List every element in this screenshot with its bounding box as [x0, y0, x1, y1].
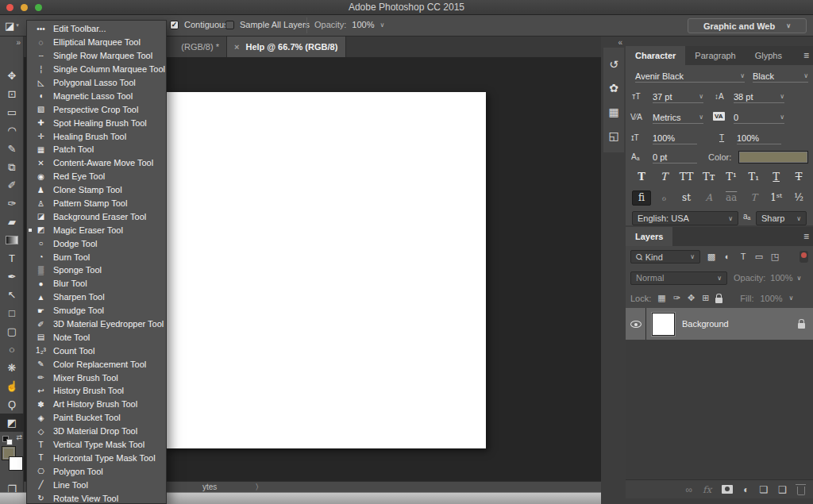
horizontal-scale-field[interactable]: 100% [737, 132, 781, 144]
opacity-control[interactable]: Opacity: 100% ∨ [314, 20, 384, 29]
lock-transparency-icon[interactable]: ▦ [657, 293, 665, 303]
zoom-tool-icon[interactable]: Ϙ [0, 395, 24, 414]
menu-item-polygon-tool[interactable]: ⎔ Polygon Tool [27, 464, 166, 478]
menu-item-blur-tool[interactable]: ● Blur Tool [27, 277, 166, 290]
menu-item-polygonal-lasso-tool[interactable]: ◺ Polygonal Lasso Tool [27, 76, 166, 90]
custom-shape-tool-icon[interactable]: ❋ [0, 359, 24, 377]
subscript-button[interactable]: T₁ [744, 171, 763, 183]
pen-tool-icon[interactable]: ✒ [0, 267, 24, 286]
marquee-tool-icon[interactable]: ▭ [0, 103, 24, 121]
font-size-field[interactable]: 37 pt ∨ [653, 90, 703, 103]
gradient-icon[interactable]: ▒ [0, 231, 24, 249]
swap-colors-icon[interactable]: ⇄ [16, 433, 22, 441]
tab-paragraph[interactable]: Paragraph [685, 46, 745, 65]
eraser-tool-icon[interactable]: ▰ [0, 213, 24, 231]
filter-pixel-layers-icon[interactable]: ▩ [705, 252, 718, 262]
adjustment-layer-icon[interactable]: ◐ [743, 484, 749, 495]
lock-artboard-icon[interactable]: ⊞ [702, 293, 709, 303]
fractions-button[interactable]: ½ [789, 190, 808, 206]
tab-glyphs[interactable]: Glyphs [746, 46, 792, 65]
vertical-scale-field[interactable]: 100% [653, 132, 697, 144]
minimize-window-icon[interactable] [21, 4, 28, 11]
menu-item-sponge-tool[interactable]: ▒ Sponge Tool [27, 264, 166, 277]
eyedropper-tool-icon[interactable]: ✐ [0, 176, 24, 194]
menu-item-edit-toolbar[interactable]: ••• Edit Toolbar... [27, 22, 166, 36]
filter-type-layers-icon[interactable]: T [737, 252, 749, 262]
anti-alias-select[interactable]: Sharp ∨ [756, 211, 807, 225]
menu-item-pattern-stamp-tool[interactable]: ♙ Pattern Stamp Tool [27, 197, 166, 210]
layer-thumbnail[interactable] [652, 313, 675, 336]
menu-item-history-brush-tool[interactable]: ↩ History Brush Tool [27, 384, 166, 398]
menu-item-horizontal-type-mask-tool[interactable]: T Horizontal Type Mask Tool [27, 452, 166, 465]
magic-eraser-tool-icon[interactable]: ◩ [0, 414, 24, 432]
menu-item-red-eye-tool[interactable]: ◉ Red Eye Tool [27, 170, 166, 183]
menu-item-mixer-brush-tool[interactable]: ✏ Mixer Brush Tool [27, 371, 166, 384]
menu-item-magic-eraser-tool[interactable]: ◩ Magic Eraser Tool [27, 223, 166, 237]
workspace-switcher[interactable]: Graphic and Web ∨ [688, 18, 807, 33]
swatches-panel-icon[interactable]: ▦ [603, 100, 624, 124]
menu-item-perspective-crop-tool[interactable]: ▧ Perspective Crop Tool [27, 102, 166, 116]
lasso-tool-icon[interactable]: ◠ [0, 121, 24, 140]
layer-name[interactable]: Background [682, 319, 798, 329]
opacity-value[interactable]: 100% [352, 20, 374, 29]
filter-smart-objects-icon[interactable]: ◳ [769, 252, 781, 262]
menu-item-burn-tool[interactable]: ◔ Burn Tool [27, 250, 166, 264]
default-colors-control[interactable]: ⇄ [2, 433, 22, 444]
titling-alternates-button[interactable]: T [744, 190, 763, 206]
collapse-panels-icon[interactable]: « [618, 38, 622, 47]
menu-item-vertical-type-mask-tool[interactable]: T Vertical Type Mask Tool [27, 438, 166, 452]
lock-position-icon[interactable]: ✥ [688, 293, 695, 303]
ordinals-button[interactable]: 1ˢᵗ [767, 190, 786, 206]
text-color-swatch[interactable] [738, 151, 808, 164]
kerning-field[interactable]: Metrics ∨ [653, 111, 703, 124]
menu-item-note-tool[interactable]: ▤ Note Tool [27, 330, 166, 344]
menu-item-single-column-marquee-tool[interactable]: ╎ Single Column Marquee Tool [27, 63, 166, 76]
filter-shape-layers-icon[interactable]: ▭ [753, 252, 765, 262]
menu-item-count-tool[interactable]: 1₂³ Count Tool [27, 344, 166, 357]
quick-selection-tool-icon[interactable]: ✎ [0, 140, 24, 158]
delete-layer-icon[interactable] [797, 487, 805, 495]
layer-mask-icon[interactable] [722, 485, 733, 494]
menu-item-rotate-view-tool[interactable]: ↻ Rotate View Tool [27, 491, 166, 504]
new-layer-icon[interactable]: ❑ [778, 484, 787, 495]
menu-item-clone-stamp-tool[interactable]: ♟ Clone Stamp Tool [27, 183, 166, 197]
link-layers-icon[interactable]: ∞ [685, 484, 692, 495]
lock-paint-icon[interactable]: ✑ [673, 293, 680, 303]
layer-effects-icon[interactable]: fx [703, 484, 711, 495]
menu-item-art-history-brush-tool[interactable]: ✽ Art History Brush Tool [27, 398, 166, 411]
menu-item-paint-bucket-tool[interactable]: ◈ Paint Bucket Tool [27, 411, 166, 425]
close-window-icon[interactable] [6, 4, 13, 11]
close-tab-icon[interactable]: × [234, 42, 239, 52]
menu-item-single-row-marquee-tool[interactable]: ╌ Single Row Marquee Tool [27, 49, 166, 63]
contextual-alternates-button[interactable]: ℴ [654, 190, 673, 206]
default-background-icon[interactable] [6, 439, 13, 445]
tracking-field[interactable]: 0 ∨ [734, 111, 784, 124]
blend-mode-select[interactable]: Normal ∨ [630, 271, 727, 285]
language-select[interactable]: English: USA ∨ [632, 211, 738, 225]
contiguous-checkbox[interactable]: ✓ [170, 21, 179, 29]
filter-kind-select[interactable]: Ϙ Kind ∨ [630, 250, 700, 264]
underline-button[interactable]: T [767, 171, 786, 183]
faux-italic-button[interactable]: T [654, 171, 673, 183]
superscript-button[interactable]: T¹ [722, 171, 741, 183]
menu-item-color-replacement-tool[interactable]: ✎ Color Replacement Tool [27, 357, 166, 371]
all-caps-button[interactable]: TT [677, 171, 696, 183]
strikethrough-button[interactable]: T [789, 171, 808, 183]
panel-menu-icon[interactable]: ≡ [803, 231, 809, 242]
menu-item-smudge-tool[interactable]: ☛ Smudge Tool [27, 304, 166, 317]
stylistic-alternates-button[interactable]: aa [722, 190, 741, 206]
panel-menu-icon[interactable]: ≡ [803, 50, 809, 61]
contiguous-option[interactable]: ✓ Contiguous [170, 20, 229, 29]
leading-field[interactable]: 38 pt ∨ [734, 90, 784, 103]
layer-filtering-toggle[interactable] [800, 251, 808, 263]
layer-row[interactable]: Background [626, 308, 813, 340]
color-panel-icon[interactable]: ✿ [603, 76, 624, 100]
move-tool-icon[interactable]: ✥ [0, 67, 24, 85]
tab-help-document[interactable]: × Help @ 66.7% (RGB/8) [227, 37, 346, 57]
layer-opacity-value[interactable]: 100% [770, 273, 792, 283]
font-family-select[interactable]: Avenir Black ∨ [635, 70, 745, 83]
sample-all-layers-checkbox[interactable] [225, 21, 234, 29]
rectangle-tool-icon[interactable]: □ [0, 304, 24, 322]
faux-bold-button[interactable]: T [632, 171, 651, 183]
artboard-tool-icon[interactable]: ⊡ [0, 85, 24, 103]
